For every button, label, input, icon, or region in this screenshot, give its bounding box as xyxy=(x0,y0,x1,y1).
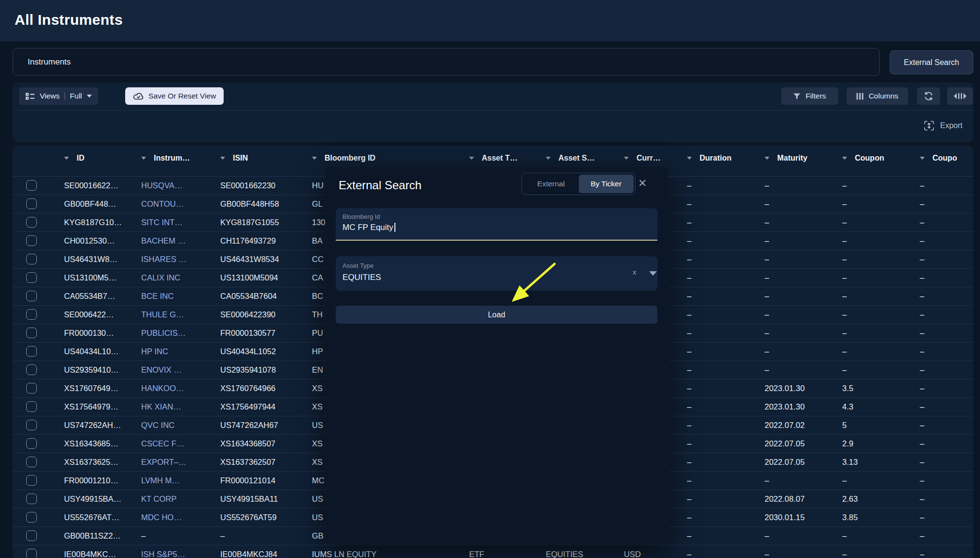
cell-coupon: 3.13 xyxy=(842,453,858,471)
cell-instrument: – xyxy=(141,527,146,545)
cell-instrument[interactable]: CSCEC F… xyxy=(141,435,184,453)
row-checkbox[interactable] xyxy=(26,438,37,449)
filter-funnel-icon xyxy=(793,93,800,99)
row-checkbox[interactable] xyxy=(26,475,37,486)
views-dropdown-button[interactable]: Views Full xyxy=(19,87,98,105)
cell-instrument[interactable]: ISH S&P5… xyxy=(141,545,185,558)
cell-coupon-2: – xyxy=(920,361,924,379)
row-checkbox[interactable] xyxy=(26,198,37,209)
column-menu-caret-icon[interactable] xyxy=(312,157,317,160)
cell-maturity: – xyxy=(765,527,769,545)
export-button[interactable]: Export xyxy=(924,110,963,141)
row-checkbox[interactable] xyxy=(26,383,37,394)
cell-instrument[interactable]: CONTOU… xyxy=(141,195,184,213)
row-checkbox[interactable] xyxy=(26,549,37,558)
cell-bloomberg-id: PU xyxy=(312,324,323,342)
column-header-instrument[interactable]: Instrum… xyxy=(141,146,190,171)
cell-isin: IE00B4MKCJ84 xyxy=(220,545,277,558)
cell-isin: SE0001662230 xyxy=(220,177,276,195)
cell-instrument[interactable]: HUSQVA… xyxy=(141,177,182,195)
cell-instrument[interactable]: ENOVIX … xyxy=(141,361,181,379)
chevron-down-icon[interactable] xyxy=(649,271,657,276)
row-checkbox[interactable] xyxy=(26,254,37,264)
column-header-id[interactable]: ID xyxy=(64,146,84,171)
row-checkbox[interactable] xyxy=(26,530,37,541)
column-menu-caret-icon[interactable] xyxy=(469,157,474,160)
cell-instrument[interactable]: HP INC xyxy=(141,343,168,361)
cell-instrument[interactable]: EXPORT–… xyxy=(141,453,186,471)
save-or-reset-view-button[interactable]: Save Or Reset View xyxy=(125,87,224,105)
bloomberg-id-field[interactable]: Bloomberg Id MC FP Equity xyxy=(336,208,657,241)
row-checkbox[interactable] xyxy=(26,457,37,467)
close-icon[interactable]: ✕ xyxy=(638,177,647,190)
column-header-coupon-2[interactable]: Coupo xyxy=(920,146,957,171)
instruments-search-input[interactable]: Instruments xyxy=(13,48,880,76)
cell-instrument[interactable]: SITC INT… xyxy=(141,213,182,231)
row-checkbox[interactable] xyxy=(26,493,37,504)
row-checkbox[interactable] xyxy=(26,401,37,412)
tab-by-ticker[interactable]: By Ticker xyxy=(579,175,634,193)
cell-coupon: 2.9 xyxy=(842,435,853,453)
refresh-button[interactable] xyxy=(917,87,940,105)
row-checkbox[interactable] xyxy=(26,235,37,246)
row-checkbox[interactable] xyxy=(26,328,37,338)
cell-instrument[interactable]: CALIX INC xyxy=(141,269,180,287)
cell-instrument[interactable]: BCE INC xyxy=(141,287,174,305)
cell-instrument[interactable]: QVC INC xyxy=(141,416,175,434)
cell-coupon-2: – xyxy=(920,324,924,342)
cell-isin: US2935941078 xyxy=(220,361,276,379)
cell-instrument[interactable]: ISHARES … xyxy=(141,250,187,268)
cell-duration: – xyxy=(687,306,691,324)
search-input-value: Instruments xyxy=(28,57,71,67)
external-search-button[interactable]: External Search xyxy=(890,50,973,74)
column-menu-caret-icon[interactable] xyxy=(920,157,925,160)
cell-duration: – xyxy=(687,250,691,268)
row-checkbox[interactable] xyxy=(26,512,37,523)
column-menu-caret-icon[interactable] xyxy=(624,157,629,160)
column-header-label: Asset S… xyxy=(558,154,595,163)
tab-external[interactable]: External xyxy=(523,175,579,193)
divider xyxy=(13,110,973,111)
row-checkbox[interactable] xyxy=(26,420,37,430)
row-checkbox[interactable] xyxy=(26,309,37,320)
divider xyxy=(65,92,65,100)
column-header-coupon[interactable]: Coupon xyxy=(842,146,884,171)
column-menu-caret-icon[interactable] xyxy=(64,157,69,160)
column-menu-caret-icon[interactable] xyxy=(687,157,692,160)
cell-id: GB00BF448… xyxy=(64,195,116,213)
side-panel-toggle-button[interactable] xyxy=(947,87,973,105)
column-header-isin[interactable]: ISIN xyxy=(220,146,248,171)
columns-button[interactable]: Columns xyxy=(847,87,908,105)
column-menu-caret-icon[interactable] xyxy=(220,157,225,160)
filters-button[interactable]: Filters xyxy=(781,87,838,105)
cell-maturity: 2023.01.30 xyxy=(765,379,805,397)
row-checkbox[interactable] xyxy=(26,291,37,301)
cell-id: US747262AH… xyxy=(64,416,121,434)
column-menu-caret-icon[interactable] xyxy=(546,157,551,160)
column-menu-caret-icon[interactable] xyxy=(141,157,146,160)
cell-instrument[interactable]: KT CORP xyxy=(141,490,177,508)
row-checkbox[interactable] xyxy=(26,346,37,357)
cell-isin: KYG8187G1055 xyxy=(220,213,279,231)
clear-icon[interactable]: x xyxy=(633,268,637,276)
cell-maturity: – xyxy=(765,324,769,342)
column-header-label: Asset T… xyxy=(482,154,518,163)
cell-instrument[interactable]: PUBLICIS… xyxy=(141,324,186,342)
row-checkbox[interactable] xyxy=(26,272,37,283)
column-menu-caret-icon[interactable] xyxy=(765,157,769,160)
cell-instrument[interactable]: HANKOO… xyxy=(141,379,184,397)
cell-currency: USD xyxy=(624,545,641,558)
cell-instrument[interactable]: LVMH M… xyxy=(141,472,180,490)
cell-instrument[interactable]: HK XIAN… xyxy=(141,398,181,416)
cell-instrument[interactable]: THULE G… xyxy=(141,306,184,324)
column-header-maturity[interactable]: Maturity xyxy=(765,146,807,171)
row-checkbox[interactable] xyxy=(26,364,37,375)
views-current-view: Full xyxy=(70,92,82,100)
cell-coupon-2: – xyxy=(920,269,924,287)
column-menu-caret-icon[interactable] xyxy=(842,157,847,160)
row-checkbox[interactable] xyxy=(26,180,37,191)
column-header-duration[interactable]: Duration xyxy=(687,146,732,171)
cell-instrument[interactable]: MDC HO… xyxy=(141,509,181,526)
row-checkbox[interactable] xyxy=(26,217,37,228)
cell-instrument[interactable]: BACHEM … xyxy=(141,232,186,250)
